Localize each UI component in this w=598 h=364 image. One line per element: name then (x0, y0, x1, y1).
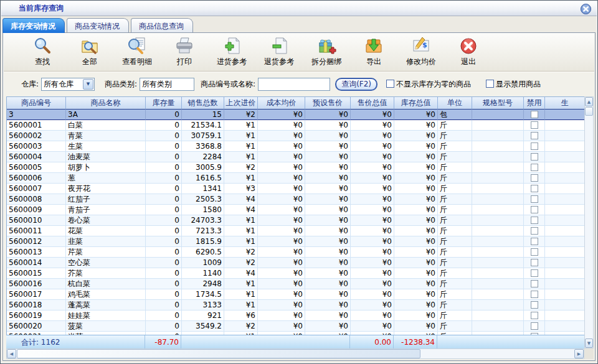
vertical-scroll-thumb[interactable] (585, 107, 593, 116)
disabled-checkbox[interactable] (531, 111, 538, 118)
disabled-checkbox[interactable] (531, 259, 538, 266)
column-header-10[interactable]: 规格型号 (472, 97, 524, 110)
column-header-9[interactable]: 单位 (438, 97, 472, 110)
table-cell: 卷心菜 (66, 215, 146, 226)
disabled-checkbox[interactable] (531, 195, 538, 203)
table-row[interactable]: 5600017鸡毛菜01734.5¥1¥0¥0¥0¥0斤 (7, 289, 584, 300)
table-row[interactable]: 5600004油麦菜02284¥1¥0¥0¥0¥0斤 (7, 152, 584, 162)
disabled-checkbox[interactable] (531, 291, 538, 298)
find-button[interactable]: 查找 (22, 35, 62, 69)
table-row[interactable]: 5600010卷心菜024703.3¥1¥0¥0¥0¥0斤 (7, 215, 584, 226)
tab-product-info[interactable]: 商品信息查询 (131, 18, 193, 33)
table-row[interactable]: 5600008红茄子02505.3¥4¥0¥0¥0¥0斤 (7, 194, 584, 205)
table-row[interactable]: 5600015芥菜01140¥4¥0¥0¥0¥0斤 (7, 268, 584, 279)
keyword-input[interactable] (258, 78, 330, 91)
column-header-12[interactable]: 生 (545, 97, 584, 110)
disabled-checkbox[interactable] (531, 206, 538, 213)
disabled-checkbox[interactable] (531, 174, 538, 182)
warehouse-select[interactable]: 所有仓库 ▼ (41, 78, 95, 91)
table-row[interactable]: 5600019娃娃菜0921¥6¥0¥0¥0¥0斤 (7, 310, 584, 321)
vertical-scrollbar[interactable]: ▲ ▼ (584, 96, 594, 348)
scroll-left-button[interactable]: ◀ (7, 349, 16, 358)
table-row[interactable]: 5600009青茄子01580¥4¥0¥0¥0¥0斤 (7, 205, 584, 215)
disabled-checkbox[interactable] (531, 185, 538, 192)
query-button[interactable]: 查询(F2) (335, 78, 377, 91)
table-row[interactable]: 33A015¥2¥0¥0¥0¥0包 (7, 110, 584, 120)
disabled-checkbox[interactable] (531, 322, 538, 330)
tab-product-change[interactable]: 商品变动情况 (67, 18, 129, 33)
column-header-7[interactable]: 售价总值 (351, 97, 394, 110)
disabled-checkbox[interactable] (531, 312, 538, 319)
disabled-checkbox[interactable] (531, 248, 538, 256)
table-row[interactable]: 5600003生菜03368.8¥1¥0¥0¥0¥0斤 (7, 141, 584, 152)
view-detail-button[interactable]: 查看明细 (117, 35, 157, 69)
titlebar: 当前库存查询 (1, 1, 597, 16)
table-row[interactable]: 5600013芹菜06290.5¥2¥0¥0¥0¥0斤 (7, 247, 584, 258)
table-row[interactable]: 5600007夜开花01341¥3¥0¥0¥0¥0斤 (7, 184, 584, 194)
column-header-4[interactable]: 上次进价 (224, 97, 258, 110)
column-header-5[interactable]: 成本均价 (258, 97, 305, 110)
column-header-8[interactable]: 库存总值 (394, 97, 438, 110)
close-button[interactable] (580, 3, 592, 15)
print-button[interactable]: 打印 (164, 35, 204, 69)
disabled-checkbox[interactable] (531, 227, 538, 235)
hide-zero-checkbox[interactable] (386, 80, 394, 88)
disabled-checkbox[interactable] (531, 238, 538, 245)
disabled-checkbox[interactable] (531, 142, 538, 150)
inventory-grid: 商品编号商品名称库存量销售总数上次进价成本均价预设售价售价总值库存总值单位规格型… (6, 96, 594, 359)
table-cell: ¥0 (305, 173, 351, 184)
column-header-6[interactable]: 预设售价 (305, 97, 351, 110)
table-row[interactable]: 5600012韭菜01815.9¥1¥0¥0¥0¥0斤 (7, 236, 584, 247)
column-header-0[interactable]: 商品编号 (7, 97, 66, 110)
tool-label: 进货参考 (217, 57, 247, 67)
exit-button[interactable]: 退出 (448, 35, 488, 69)
horizontal-scrollbar[interactable]: ◀ ▶ (6, 348, 584, 359)
scroll-up-button[interactable]: ▲ (585, 97, 593, 106)
horizontal-scroll-thumb[interactable] (17, 349, 420, 358)
category-input[interactable] (140, 78, 194, 91)
show-disabled-checkbox[interactable] (486, 80, 494, 88)
table-cell: 7213.3 (182, 226, 224, 236)
table-cell: ¥0 (305, 110, 351, 120)
disabled-checkbox[interactable] (531, 280, 538, 287)
export-button[interactable]: 导出 (354, 35, 394, 69)
tool-label: 打印 (177, 57, 192, 67)
disabled-checkbox[interactable] (531, 217, 538, 224)
table-row[interactable]: 5600001白菜021534.1¥1¥0¥0¥0¥0斤 (7, 120, 584, 131)
purchase-ref-button[interactable]: 进货参考 (212, 35, 252, 69)
table-row[interactable]: 5600018蓬蒿菜03133¥1¥0¥0¥0¥0斤 (7, 300, 584, 310)
disabled-checkbox[interactable] (531, 121, 538, 129)
table-cell (524, 141, 545, 152)
table-row[interactable]: 5600016杭白菜02948¥1¥0¥0¥0¥0斤 (7, 279, 584, 289)
table-row[interactable]: 5600014空心菜01009¥2¥0¥0¥0¥0斤 (7, 258, 584, 268)
disabled-checkbox[interactable] (531, 301, 538, 309)
table-cell: ¥1 (224, 236, 258, 247)
table-cell: ¥0 (305, 131, 351, 141)
disabled-checkbox[interactable] (531, 269, 538, 277)
column-header-2[interactable]: 库存量 (146, 97, 182, 110)
edit-avg-price-button[interactable]: $ 修改均价 (401, 35, 441, 69)
return-ref-button[interactable]: 退货参考 (259, 35, 299, 69)
disabled-checkbox[interactable] (531, 164, 538, 171)
column-header-1[interactable]: 商品名称 (66, 97, 146, 110)
table-cell: 0 (146, 120, 182, 131)
table-row[interactable]: 5600020菠菜03549.2¥2¥0¥0¥0¥0斤 (7, 321, 584, 332)
table-row[interactable]: 5600006葱01616.5¥1¥0¥0¥0¥0斤 (7, 173, 584, 184)
column-header-3[interactable]: 销售总数 (182, 97, 224, 110)
all-button[interactable]: 全部 (70, 35, 110, 69)
column-header-11[interactable]: 禁用 (524, 97, 545, 110)
table-row[interactable]: 5600002青菜030759.1¥1¥0¥0¥0¥0斤 (7, 131, 584, 141)
table-row[interactable]: 5600011花菜07213.3¥1¥0¥0¥0¥0斤 (7, 226, 584, 236)
table-cell: 0 (146, 131, 182, 141)
scroll-down-button[interactable]: ▼ (585, 338, 593, 348)
disabled-checkbox[interactable] (531, 153, 538, 161)
disabled-checkbox[interactable] (531, 132, 538, 139)
table-row[interactable]: 5600005胡萝卜03005.9¥2¥0¥0¥0¥0斤 (7, 162, 584, 173)
tab-inventory-change[interactable]: 库存变动情况 (2, 18, 65, 33)
table-cell: 菠菜 (66, 321, 146, 332)
split-bundle-button[interactable]: 拆分捆绑 (306, 35, 346, 69)
table-cell: ¥0 (305, 184, 351, 194)
table-cell: 3005.9 (182, 162, 224, 173)
scroll-right-button[interactable]: ▶ (574, 349, 584, 358)
chevron-down-icon[interactable]: ▼ (83, 79, 93, 90)
